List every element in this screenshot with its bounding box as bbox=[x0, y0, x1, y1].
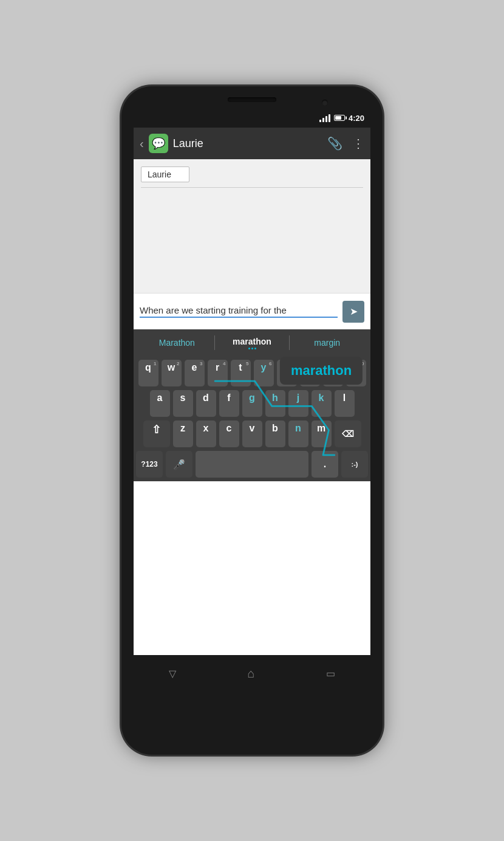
emoji-key[interactable]: :-) bbox=[341, 451, 368, 478]
key-b[interactable]: b bbox=[265, 420, 285, 447]
period-key[interactable]: . bbox=[312, 451, 338, 478]
bottom-nav: ▽ ⌂ ▭ bbox=[134, 655, 370, 692]
key-l[interactable]: l bbox=[335, 390, 355, 417]
app-bar-icons: 📎 ⋮ bbox=[327, 136, 364, 151]
space-key[interactable] bbox=[196, 451, 308, 478]
key-x[interactable]: x bbox=[196, 420, 216, 447]
back-button[interactable]: ‹ bbox=[140, 137, 144, 151]
key-a[interactable]: a bbox=[150, 390, 170, 417]
recipient-label: Laurie bbox=[148, 170, 171, 179]
overflow-menu-button[interactable]: ⋮ bbox=[352, 136, 364, 151]
key-s[interactable]: s bbox=[173, 390, 193, 417]
nav-back-button[interactable]: ▽ bbox=[169, 668, 176, 679]
battery-icon bbox=[334, 115, 345, 121]
key-i[interactable]: i8 bbox=[300, 360, 320, 386]
send-icon: ➤ bbox=[350, 306, 358, 317]
keyboard-row-3: ⇧ z x c v b n m ⌫ bbox=[136, 420, 368, 447]
key-f[interactable]: f bbox=[219, 390, 239, 417]
keyboard-row-2: a s d f g h j k marathon l bbox=[136, 390, 368, 417]
sms-icon: 💬 bbox=[152, 137, 165, 150]
key-n[interactable]: n bbox=[288, 420, 308, 447]
app-bar: ‹ 💬 Laurie 📎 ⋮ bbox=[134, 128, 370, 159]
key-g[interactable]: g bbox=[242, 390, 262, 417]
key-v[interactable]: v bbox=[242, 420, 262, 447]
signal-bar-1 bbox=[319, 120, 321, 122]
key-h[interactable]: h bbox=[265, 390, 285, 417]
phone-speaker bbox=[228, 97, 276, 102]
backspace-key[interactable]: ⌫ bbox=[335, 420, 361, 447]
key-j[interactable]: j bbox=[288, 390, 308, 417]
signal-bar-2 bbox=[322, 118, 324, 122]
battery-fill bbox=[335, 116, 341, 120]
key-q[interactable]: q1 bbox=[138, 360, 158, 386]
nav-home-button[interactable]: ⌂ bbox=[247, 667, 254, 681]
status-time: 4:20 bbox=[349, 114, 364, 123]
suggestion-marathon[interactable]: marathon bbox=[215, 337, 290, 349]
key-m[interactable]: m bbox=[312, 420, 332, 447]
signal-bar-4 bbox=[329, 114, 330, 122]
key-p[interactable]: p0 bbox=[346, 360, 366, 386]
key-w[interactable]: w2 bbox=[162, 360, 182, 386]
compose-area: When are we starting training for the ➤ bbox=[134, 293, 370, 329]
shift-key[interactable]: ⇧ bbox=[143, 420, 170, 447]
suggestion-marathon-cap[interactable]: Marathon bbox=[140, 338, 214, 348]
app-title: Laurie bbox=[173, 137, 322, 150]
suggestions-bar: Marathon marathon margin bbox=[134, 329, 370, 356]
key-k[interactable]: k marathon bbox=[312, 390, 332, 417]
keyboard: q1 w2 e3 r4 t5 y6 u7 i8 o9 p0 a s d f g … bbox=[134, 356, 370, 481]
status-bar: 4:20 bbox=[134, 108, 370, 128]
key-r[interactable]: r4 bbox=[208, 360, 228, 386]
key-d[interactable]: d bbox=[196, 390, 216, 417]
app-icon: 💬 bbox=[149, 134, 168, 153]
key-y[interactable]: y6 bbox=[254, 360, 274, 386]
send-button[interactable]: ➤ bbox=[342, 301, 364, 323]
message-area: Laurie bbox=[134, 159, 370, 293]
nav-recents-button[interactable]: ▭ bbox=[326, 668, 335, 679]
key-o[interactable]: o9 bbox=[323, 360, 343, 386]
compose-input[interactable]: When are we starting training for the bbox=[140, 305, 338, 318]
key-z[interactable]: z bbox=[173, 420, 193, 447]
key-t[interactable]: t5 bbox=[231, 360, 251, 386]
phone-device: 4:20 ‹ 💬 Laurie 📎 ⋮ Laurie When are we s… bbox=[121, 86, 383, 755]
recipient-chip[interactable]: Laurie bbox=[141, 166, 189, 182]
mic-key[interactable]: 🎤 bbox=[166, 451, 192, 478]
numbers-key[interactable]: ?123 bbox=[136, 451, 163, 478]
key-c[interactable]: c bbox=[219, 420, 239, 447]
selected-indicator bbox=[215, 348, 290, 349]
keyboard-row-4: ?123 🎤 . :-) bbox=[136, 451, 368, 478]
keyboard-row-1: q1 w2 e3 r4 t5 y6 u7 i8 o9 p0 bbox=[136, 360, 368, 386]
key-u[interactable]: u7 bbox=[277, 360, 297, 386]
suggestion-margin[interactable]: margin bbox=[290, 338, 364, 348]
divider bbox=[141, 187, 363, 188]
phone-camera bbox=[322, 100, 328, 106]
phone-screen: 4:20 ‹ 💬 Laurie 📎 ⋮ Laurie When are we s… bbox=[134, 108, 370, 655]
attach-button[interactable]: 📎 bbox=[327, 136, 342, 151]
signal-bar-3 bbox=[325, 116, 327, 122]
signal-indicator bbox=[319, 114, 330, 122]
key-e[interactable]: e3 bbox=[185, 360, 205, 386]
